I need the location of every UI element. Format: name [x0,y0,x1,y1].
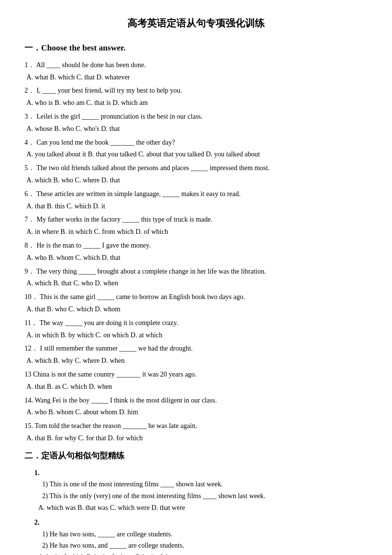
options-2: A. who is B. who am C. that is D. which … [24,97,368,109]
options-1: A. what B. which C. that D. whatever [24,72,368,83]
options-6: A. that B. this C. which D. it [24,201,368,212]
section2-item-1-line-2: 2) This is the only (very) one of the mo… [34,490,368,502]
section2-item-2-line-3: A. both of which B. both of whom C. both… [34,552,368,555]
section2-item-2-line-1: 1) He has two sons, _____ are college st… [34,529,368,540]
section2-num-2: 2. [34,519,40,526]
options-9: A. which B. that C. who D. when [24,278,368,289]
question-text-13: 13 China is not the same country _______… [24,369,368,380]
section2-item-1-line-1: 1) This is one of the most interesting f… [34,479,368,490]
question-3: 3． Leilei is the girl _____ pronunciatio… [24,111,368,135]
question-text-3: 3． Leilei is the girl _____ pronunciatio… [24,111,368,123]
section2-item-1: 1. 1) This is one of the most interestin… [24,467,368,514]
section2-num-1: 1. [34,469,40,477]
section2-header: 二．定语从句相似句型精练 [24,449,368,463]
options-7: A. in where B. in which C. from which D.… [24,226,368,238]
question-text-15: 15. Tom told the teacher the reason ____… [24,420,368,432]
options-10: A. that B. who C. which D. whom [24,303,368,315]
question-text-4: 4． Can you lend me the book _______ the … [24,137,368,149]
question-11: 11． The way _____ you are doing it is co… [24,317,368,341]
question-8: 8． He is the man to _____ I gave the mon… [24,240,368,264]
section2-item-2: 2. 1) He has two sons, _____ are college… [24,517,368,555]
question-13: 13 China is not the same country _______… [24,369,368,393]
question-text-6: 6． These articles are written in simple … [24,188,368,200]
question-text-1: 1． All ____ should be done has been done… [24,59,368,71]
options-14: A. who B. whom C. about whom D. him [24,406,368,418]
question-text-5: 5． The two old friends talked about the … [24,162,368,174]
question-2: 2． I, ____ your best friend, will try my… [24,85,368,109]
options-12: A. which B. why C. where D. when [24,355,368,367]
question-6: 6． These articles are written in simple … [24,188,368,212]
question-15: 15. Tom told the teacher the reason ____… [24,420,368,444]
question-5: 5． The two old friends talked about the … [24,162,368,186]
question-text-10: 10． This is the same girl _____ came to … [24,291,368,303]
question-text-14: 14. Wang Fei is the boy _____ I think is… [24,395,368,406]
page-title: 高考英语定语从句专项强化训练 [24,15,368,31]
section2-item-1-line-3: A. which was B. that was C. which were D… [34,502,368,514]
question-9: 9． The very thing _____ brought about a … [24,266,368,290]
question-12: 12． I still remember the summer _____ we… [24,343,368,367]
question-4: 4． Can you lend me the book _______ the … [24,137,368,161]
section1-header: 一．Choose the best answer. [24,41,368,55]
options-4: A. you talked about it B. that you talke… [24,149,368,160]
question-1: 1． All ____ should be done has been done… [24,59,368,83]
question-text-2: 2． I, ____ your best friend, will try my… [24,85,368,97]
options-15: A. that B. for why C. for that D. for wh… [24,432,368,444]
question-text-7: 7． My father works in the factory _____ … [24,214,368,226]
question-10: 10． This is the same girl _____ came to … [24,291,368,315]
question-7: 7． My father works in the factory _____ … [24,214,368,238]
section2-items: 1. 1) This is one of the most interestin… [24,467,368,555]
options-8: A. who B. whom C. which D. that [24,252,368,264]
question-text-12: 12． I still remember the summer _____ we… [24,343,368,354]
options-3: A. whose B. who C. who's D. that [24,123,368,135]
options-5: A. which B. who C. where D. that [24,175,368,186]
section2-item-2-line-2: 2) He has two sons, and _____ are colleg… [34,540,368,552]
question-text-11: 11． The way _____ you are doing it is co… [24,317,368,329]
question-text-8: 8． He is the man to _____ I gave the mon… [24,240,368,252]
options-11: A. in which B. by which C. on which D. a… [24,329,368,341]
question-14: 14. Wang Fei is the boy _____ I think is… [24,395,368,419]
options-13: A. that B. as C. which D. when [24,381,368,393]
section1-questions: 1． All ____ should be done has been done… [24,59,368,444]
question-text-9: 9． The very thing _____ brought about a … [24,266,368,278]
